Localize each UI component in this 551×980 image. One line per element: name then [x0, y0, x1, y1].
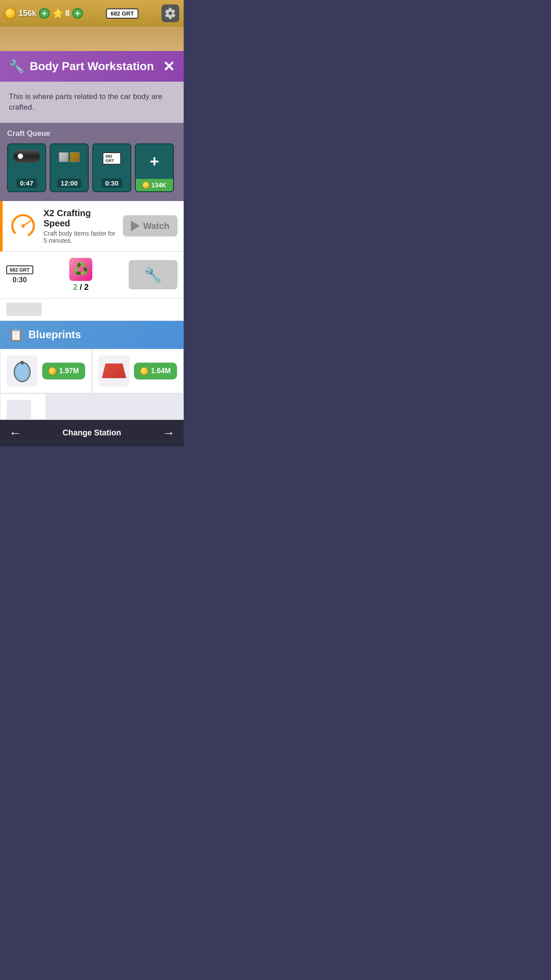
- craft-wrench-button[interactable]: 🔧: [129, 260, 177, 289]
- pipe-icon: [13, 150, 40, 163]
- svg-rect-5: [21, 361, 24, 364]
- change-station-label: Change Station: [63, 428, 121, 438]
- craft-item-cube[interactable]: 12:00: [50, 143, 89, 192]
- top-bar: 156k + ⭐ 8 + 682 GRT: [0, 0, 184, 27]
- stars-section: ⭐ 8: [52, 8, 70, 19]
- bp-coin-icon: [48, 367, 56, 375]
- hood-icon-container: [98, 356, 130, 387]
- craft-add-plus-area: +: [150, 144, 159, 179]
- craft-item-pipe[interactable]: 0:47: [7, 143, 46, 192]
- blueprints-title: Blueprints: [28, 328, 81, 341]
- modal-title: Body Part Workstation: [30, 59, 154, 73]
- quantity-text: 2 / 2: [73, 283, 89, 292]
- craft-queue-items: 0:47 12:00 682 GRT 0:30: [7, 143, 177, 192]
- blueprint-item-hood: 1.64M: [92, 349, 184, 393]
- svg-point-2: [21, 224, 24, 227]
- close-button[interactable]: ✕: [163, 59, 175, 74]
- blueprint-buy-mirror[interactable]: 1.97M: [42, 363, 85, 379]
- workstation-icon: 🔧: [9, 59, 24, 74]
- craft-add-cost: 134K: [136, 179, 173, 191]
- craft-item-timer-1: 0:47: [16, 178, 37, 188]
- qty-separator: /: [80, 283, 82, 292]
- speed-title: X2 Crafting Speed: [43, 208, 117, 229]
- bottom-nav: ← Change Station →: [0, 420, 184, 447]
- description-text: This is where parts related to the car b…: [9, 91, 175, 113]
- star-icon: ⭐: [52, 8, 63, 19]
- speed-description: Craft body Items faster for 5 minutes.: [43, 230, 117, 244]
- blueprints-icon: 📋: [9, 328, 23, 342]
- craft-add-button[interactable]: + 134K: [135, 143, 174, 192]
- craft-item-timer-2: 12:00: [57, 178, 81, 188]
- craft-queue-section: Craft Queue 0:47 12:00: [0, 123, 184, 201]
- craft-item-timer-3: 0:30: [102, 178, 122, 188]
- cube-icon: [59, 152, 80, 162]
- coin-icon: [4, 8, 16, 19]
- craft-cost-coin-icon: [142, 182, 150, 189]
- coin-amount: 156k: [19, 9, 36, 18]
- craft-cost-amount: 134K: [151, 182, 166, 189]
- partial-row: [0, 299, 184, 321]
- craft-row-timer: 0:30: [12, 276, 27, 284]
- partial-blueprint: [0, 393, 46, 420]
- settings-button[interactable]: [161, 4, 179, 22]
- modal-title-row: 🔧 Body Part Workstation: [9, 59, 154, 74]
- mirror-icon: [10, 359, 35, 383]
- watch-label: Watch: [143, 221, 169, 231]
- blueprint-price-2: 1.64M: [151, 367, 170, 375]
- add-coins-button[interactable]: +: [39, 8, 50, 19]
- license-plate: 682 GRT: [106, 8, 138, 19]
- blueprint-item-mirror: 1.97M: [0, 349, 92, 393]
- svg-point-4: [16, 364, 28, 379]
- craft-plus-icon: +: [150, 152, 159, 171]
- speedometer-container: [9, 212, 37, 240]
- description-area: This is where parts related to the car b…: [0, 82, 184, 123]
- blueprints-header: 📋 Blueprints: [0, 321, 184, 349]
- star-count: 8: [65, 9, 70, 18]
- blueprint-buy-hood[interactable]: 1.64M: [134, 363, 177, 379]
- qty-total: 2: [84, 283, 89, 292]
- mirror-icon-container: [7, 356, 38, 387]
- craft-queue-title: Craft Queue: [7, 129, 177, 138]
- speedometer-icon: [11, 213, 35, 238]
- craft-row-left: 682 GRT 0:30: [6, 265, 33, 284]
- blueprints-grid: 1.97M 1.64M: [0, 349, 184, 420]
- bp-coin-icon-2: [140, 367, 148, 375]
- partial-item-left: [6, 303, 42, 316]
- speed-banner: X2 Crafting Speed Craft body Items faste…: [0, 201, 184, 252]
- currency-section: 156k + ⭐ 8 +: [4, 8, 83, 19]
- craft-row: 682 GRT 0:30 ♻️ 2 / 2 🔧: [0, 252, 184, 299]
- add-stars-button[interactable]: +: [72, 8, 83, 19]
- next-station-button[interactable]: →: [162, 426, 175, 440]
- modal-container: 🔧 Body Part Workstation ✕ This is where …: [0, 51, 184, 420]
- gear-icon: [165, 8, 176, 19]
- hood-icon: [102, 359, 126, 383]
- blueprint-price-1: 1.97M: [59, 367, 79, 375]
- qty-current: 2: [73, 283, 78, 292]
- wrench-icon: 🔧: [144, 266, 162, 283]
- prev-station-button[interactable]: ←: [9, 426, 21, 440]
- craft-row-plate: 682 GRT: [6, 265, 33, 274]
- craft-item-plate[interactable]: 682 GRT 0:30: [92, 143, 131, 192]
- play-icon: [131, 221, 140, 231]
- car-preview: [0, 27, 184, 51]
- watch-button[interactable]: Watch: [123, 215, 177, 237]
- modal-header: 🔧 Body Part Workstation ✕: [0, 51, 184, 82]
- speed-text-block: X2 Crafting Speed Craft body Items faste…: [43, 208, 117, 244]
- recycling-icon: ♻️: [69, 258, 92, 281]
- plate-icon: 682 GRT: [102, 152, 121, 165]
- craft-row-item: ♻️ 2 / 2: [39, 258, 122, 292]
